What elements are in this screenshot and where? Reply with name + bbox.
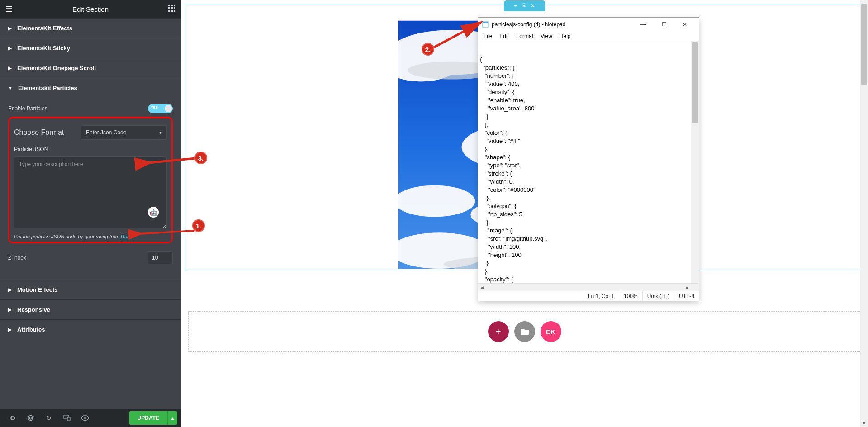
- acc-responsive[interactable]: ▶Responsive: [0, 300, 181, 319]
- menu-file[interactable]: File: [480, 32, 496, 40]
- scroll-right-icon[interactable]: ▶: [683, 284, 691, 291]
- accordion-group: ▶ElementsKit Effects ▶ElementsKit Sticky…: [0, 18, 181, 409]
- notepad-horizontal-scrollbar[interactable]: ◀ ▶: [478, 283, 699, 291]
- close-button[interactable]: ✕: [674, 18, 695, 31]
- notepad-window: particlesjs-config (4) - Notepad — ☐ ✕ F…: [478, 17, 699, 301]
- annotation-badge-3: 3.: [194, 152, 207, 164]
- svg-rect-29: [483, 22, 488, 23]
- grid-icon[interactable]: [168, 5, 175, 14]
- notepad-app-icon: [482, 21, 489, 28]
- svg-rect-1: [171, 5, 173, 6]
- sidebar-title: Edit Section: [72, 5, 109, 13]
- section-add-icon[interactable]: +: [514, 3, 517, 9]
- layers-icon[interactable]: [22, 409, 40, 427]
- svg-rect-10: [67, 417, 70, 421]
- assistant-icon[interactable]: 🤖: [148, 207, 159, 218]
- scroll-down-icon[interactable]: ▼: [860, 419, 868, 427]
- enable-particles-label: Enable Particles: [8, 105, 47, 112]
- chevron-right-icon: ▶: [8, 46, 12, 51]
- toggle-knob: [165, 105, 172, 112]
- acc-particles[interactable]: ▼Elementskit Particles: [0, 78, 181, 98]
- section-drag-icon[interactable]: ⠿: [522, 3, 526, 9]
- sidebar-header: ☰ Edit Section: [0, 0, 181, 18]
- chevron-right-icon: ▶: [8, 66, 12, 71]
- settings-icon[interactable]: ⚙: [4, 409, 22, 427]
- ek-button[interactable]: EK: [541, 321, 561, 342]
- svg-rect-4: [171, 7, 173, 9]
- hamburger-icon[interactable]: ☰: [5, 4, 13, 14]
- update-caret[interactable]: ▲: [167, 411, 177, 425]
- status-zoom: 100%: [619, 291, 642, 301]
- annotation-badge-2: 2.: [422, 43, 434, 56]
- svg-rect-3: [168, 7, 170, 9]
- responsive-icon[interactable]: [58, 409, 76, 427]
- zindex-label: Z-index: [8, 255, 26, 261]
- update-button[interactable]: UPDATE: [129, 411, 167, 425]
- minimize-button[interactable]: —: [633, 18, 654, 31]
- scroll-left-icon[interactable]: ◀: [478, 284, 486, 291]
- notepad-vertical-scrollbar[interactable]: [691, 41, 699, 283]
- status-encoding: UTF-8: [674, 291, 699, 301]
- chevron-right-icon: ▶: [8, 287, 12, 292]
- acc-attributes[interactable]: ▶Attributes: [0, 320, 181, 339]
- highlight-box: Choose Format Enter Json Code ▾ Particle…: [8, 117, 173, 243]
- here-link[interactable]: Here!: [121, 234, 133, 239]
- enable-particles-toggle[interactable]: YES: [148, 104, 173, 113]
- status-position: Ln 1, Col 1: [583, 291, 619, 301]
- chevron-right-icon: ▶: [8, 327, 12, 332]
- status-eol: Unix (LF): [642, 291, 674, 301]
- folder-icon: [520, 328, 529, 335]
- particle-json-label: Particle JSON: [14, 146, 167, 152]
- notepad-body[interactable]: { "particles": { "number": { "value": 40…: [478, 41, 699, 283]
- svg-rect-6: [168, 10, 170, 12]
- annotation-badge-1: 1.: [192, 219, 205, 232]
- chevron-down-icon: ▼: [8, 85, 13, 90]
- section-tab: + ⠿ ✕: [504, 0, 545, 11]
- notepad-content: { "particles": { "number": { "value": 40…: [480, 56, 697, 283]
- menu-edit[interactable]: Edit: [496, 32, 512, 40]
- notepad-statusbar: Ln 1, Col 1 100% Unix (LF) UTF-8: [478, 291, 699, 301]
- notepad-title-text: particlesjs-config (4) - Notepad: [492, 21, 565, 28]
- acc-motion[interactable]: ▶Motion Effects: [0, 280, 181, 299]
- choose-format-label: Choose Format: [14, 128, 64, 137]
- choose-format-select[interactable]: Enter Json Code ▾: [81, 125, 167, 140]
- add-section-button[interactable]: +: [488, 321, 509, 342]
- scrollbar-thumb[interactable]: [861, 4, 867, 85]
- chevron-right-icon: ▶: [8, 307, 12, 312]
- svg-rect-7: [171, 10, 173, 12]
- elementor-sidebar: ☰ Edit Section ▶ElementsKit Effects ▶Ele…: [0, 0, 181, 427]
- sidebar-footer: ⚙ ↻ UPDATE ▲: [0, 409, 181, 427]
- history-icon[interactable]: ↻: [40, 409, 58, 427]
- section-close-icon[interactable]: ✕: [531, 3, 535, 9]
- page-vertical-scrollbar[interactable]: ▲ ▼: [860, 0, 868, 427]
- svg-rect-2: [174, 5, 175, 6]
- menu-format[interactable]: Format: [512, 32, 537, 40]
- notepad-titlebar[interactable]: particlesjs-config (4) - Notepad — ☐ ✕: [478, 18, 699, 31]
- preview-icon[interactable]: [76, 409, 94, 427]
- svg-rect-5: [174, 7, 175, 9]
- menu-view[interactable]: View: [537, 32, 556, 40]
- particle-json-textarea[interactable]: [14, 156, 167, 228]
- acc-particles-body: Enable Particles YES Choose Format Enter…: [0, 104, 181, 271]
- notepad-menubar: File Edit Format View Help: [478, 31, 699, 41]
- chevron-right-icon: ▶: [8, 26, 12, 31]
- particle-hint: Put the particles JSON code by generatin…: [14, 234, 167, 239]
- acc-sticky[interactable]: ▶ElementsKit Sticky: [0, 38, 181, 58]
- svg-rect-0: [168, 5, 170, 6]
- svg-rect-8: [174, 10, 175, 12]
- svg-point-11: [84, 417, 86, 419]
- chevron-down-icon: ▾: [159, 129, 162, 136]
- maximize-button[interactable]: ☐: [654, 18, 674, 31]
- acc-effects[interactable]: ▶ElementsKit Effects: [0, 19, 181, 38]
- menu-help[interactable]: Help: [556, 32, 574, 40]
- placeholder-strip: + EK: [188, 311, 861, 352]
- acc-onepage[interactable]: ▶ElementsKit Onepage Scroll: [0, 58, 181, 78]
- template-folder-button[interactable]: [514, 321, 535, 342]
- zindex-input[interactable]: [148, 251, 173, 264]
